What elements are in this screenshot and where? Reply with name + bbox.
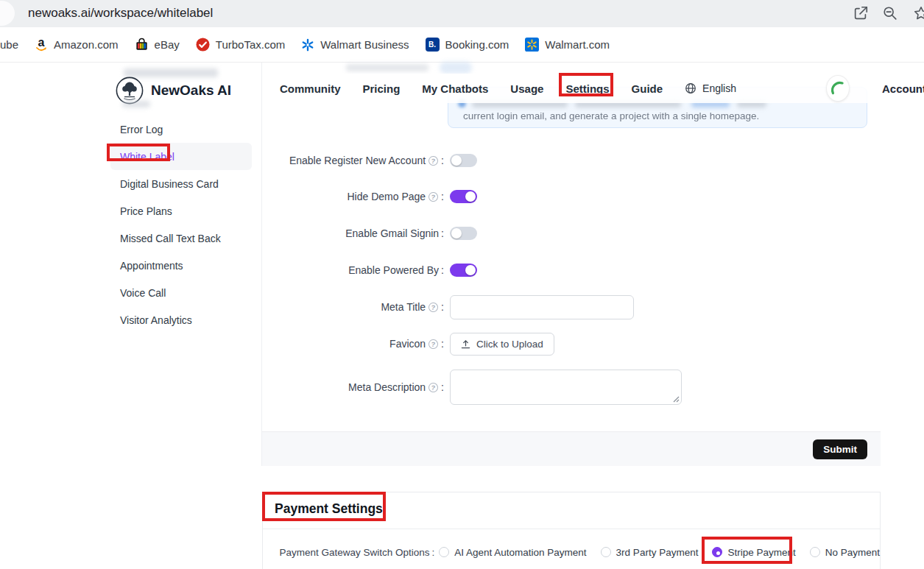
payment-gateway-radio-group: AI Agent Automation Payment 3rd Party Pa… <box>439 547 880 558</box>
form-row-hide-demo: Hide Demo Page?: <box>262 184 719 209</box>
sidebar-item-visitor-analytics[interactable]: Visitor Analytics <box>110 306 252 333</box>
toggle-enable-powered-by[interactable] <box>450 264 477 277</box>
account-avatar[interactable] <box>826 75 850 102</box>
form-row-meta-description: Meta Description?: <box>262 370 719 405</box>
help-icon[interactable]: ? <box>428 155 439 166</box>
redacted-toggle <box>440 62 472 74</box>
nav-guide[interactable]: Guide <box>632 82 663 95</box>
payment-settings-title: Payment Settings <box>275 501 383 516</box>
redacted-text <box>122 101 150 107</box>
sidebar-item-white-label[interactable]: White Label <box>110 143 252 170</box>
toggle-enable-register-new-account[interactable] <box>450 154 477 167</box>
url-text[interactable]: newoaks.ai/workspace/whitelabel <box>28 6 213 21</box>
radio-3rd-party-payment[interactable]: 3rd Party Payment <box>601 547 699 558</box>
submit-button[interactable]: Submit <box>813 439 867 459</box>
help-icon[interactable]: ? <box>428 382 439 393</box>
globe-icon <box>685 82 696 94</box>
bookmarks-bar: ube a Amazon.com eBay <box>0 27 924 63</box>
app-window: newoaks.ai/workspace/whitelabel ube a Am… <box>0 0 924 569</box>
bookmark-label: Booking.com <box>445 38 509 51</box>
field-label: Enable Powered By <box>348 264 439 276</box>
radio-circle <box>601 547 611 557</box>
bookmark-label: eBay <box>155 38 180 51</box>
field-label: Enable Gmail Signin <box>345 227 439 239</box>
star-favorite-icon[interactable] <box>913 5 924 21</box>
meta-title-input[interactable] <box>450 295 634 319</box>
field-label: Favicon <box>389 338 426 350</box>
field-label: Meta Description <box>348 381 426 393</box>
bookmark-turbotax[interactable]: TurboTax.com <box>196 38 285 52</box>
payment-title-wrap: Payment Settings <box>275 501 383 517</box>
walmart-spark-icon <box>301 38 314 52</box>
nav-community[interactable]: Community <box>280 82 341 95</box>
field-label: Hide Demo Page <box>347 191 426 202</box>
redacted-text <box>346 64 429 71</box>
payment-gateway-row: Payment Gateway Switch Options: AI Agent… <box>263 543 880 561</box>
bookmark-label: Walmart.com <box>545 38 610 51</box>
divider <box>263 529 880 529</box>
field-label: Enable Register New Account <box>289 155 426 166</box>
sidebar-item-voice-call[interactable]: Voice Call <box>110 279 252 306</box>
help-icon[interactable]: ? <box>428 191 439 202</box>
ebay-bag-icon <box>135 38 149 52</box>
walmart-square-icon <box>525 38 539 52</box>
language-selector[interactable]: English <box>685 82 736 94</box>
bookmark-walmart-com[interactable]: Walmart.com <box>525 38 610 52</box>
meta-description-textarea[interactable] <box>450 370 682 405</box>
help-icon[interactable]: ? <box>428 339 439 350</box>
booking-icon: B. <box>426 38 440 52</box>
zoom-out-icon[interactable] <box>882 5 898 21</box>
form-row-gmail-signin: Enable Gmail Signin: <box>262 221 719 246</box>
sidebar-item-appointments[interactable]: Appointments <box>110 252 252 279</box>
turbotax-check-icon <box>196 38 210 52</box>
nav-my-chatbots[interactable]: My Chatbots <box>422 82 488 95</box>
radio-no-payment[interactable]: No Payment <box>810 547 880 558</box>
bookmark-label: ube <box>0 38 18 51</box>
nav-pricing[interactable]: Pricing <box>363 82 401 95</box>
address-bar-stub <box>0 1 15 26</box>
share-icon[interactable] <box>853 5 869 21</box>
sidebar-item-error-log[interactable]: Error Log <box>110 116 252 143</box>
help-icon[interactable]: ? <box>428 302 439 313</box>
favicon-upload-button[interactable]: Click to Upload <box>450 333 554 356</box>
sidebar: NewOaks AI Error Log White Label Digital… <box>0 63 262 466</box>
info-banner-text: current login email, and generate a proj… <box>463 110 759 121</box>
payment-settings-panel: Payment Settings Payment Gateway Switch … <box>262 492 881 569</box>
form-row-enable-register: Enable Register New Account?: <box>262 148 719 173</box>
radio-circle-selected <box>712 547 722 557</box>
form-footer: Submit <box>262 431 881 466</box>
green-arc-icon <box>827 77 849 99</box>
amazon-icon: a <box>35 38 48 52</box>
field-label: Meta Title <box>381 301 426 313</box>
form-row-favicon: Favicon?: Click to Upload <box>262 331 719 356</box>
bookmark-walmart-business[interactable]: Walmart Business <box>301 38 409 52</box>
bookmark-ebay[interactable]: eBay <box>135 38 180 52</box>
field-label: Payment Gateway Switch Options <box>279 547 429 558</box>
radio-stripe-payment[interactable]: Stripe Payment <box>712 547 795 558</box>
form-row-meta-title: Meta Title?: <box>262 294 719 319</box>
workspace-nav: Community Pricing My Chatbots Usage Sett… <box>262 74 924 103</box>
bookmark-amazon[interactable]: a Amazon.com <box>35 38 119 52</box>
radio-ai-agent-automation-payment[interactable]: AI Agent Automation Payment <box>439 547 586 558</box>
toggle-enable-gmail-signin[interactable] <box>450 227 477 240</box>
sidebar-item-price-plans[interactable]: Price Plans <box>110 197 252 225</box>
bookmark-label: TurboTax.com <box>216 38 285 51</box>
sidebar-item-missed-call-text-back[interactable]: Missed Call Text Back <box>110 225 252 252</box>
form-row-powered-by: Enable Powered By: <box>262 258 719 283</box>
browser-address-bar: newoaks.ai/workspace/whitelabel <box>0 0 924 27</box>
brand-name: NewOaks AI <box>151 82 231 99</box>
browser-actions <box>853 5 898 21</box>
bookmark-youtube-partial[interactable]: ube <box>0 38 18 51</box>
bookmark-label: Amazon.com <box>54 38 119 51</box>
toggle-hide-demo-page[interactable] <box>450 190 477 203</box>
bookmark-label: Walmart Business <box>320 38 409 51</box>
nav-usage[interactable]: Usage <box>510 82 543 95</box>
sidebar-item-digital-business-card[interactable]: Digital Business Card <box>110 170 252 197</box>
radio-circle <box>810 547 820 557</box>
radio-circle <box>439 547 449 557</box>
account-link[interactable]: Account → <box>882 82 924 95</box>
sidebar-menu: Error Log White Label Digital Business C… <box>110 116 252 333</box>
bookmark-booking[interactable]: B. Booking.com <box>426 38 509 52</box>
nav-settings[interactable]: Settings <box>565 82 609 95</box>
language-label: English <box>702 82 736 94</box>
